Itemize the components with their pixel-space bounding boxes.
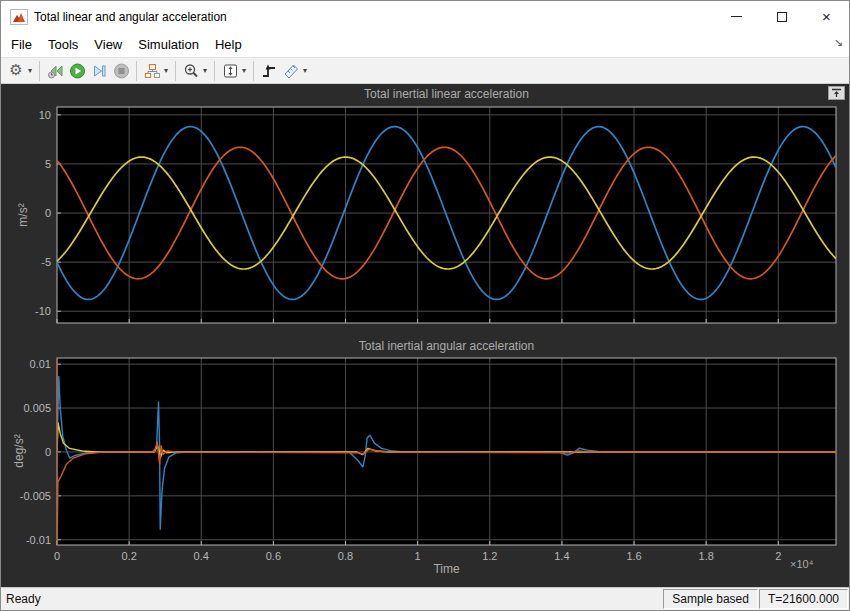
step-back-button[interactable] — [44, 59, 66, 82]
dock-arrow-icon[interactable]: ↘ — [834, 36, 843, 49]
scope-plots[interactable]: 1050-5-100.010.0050-0.005-0.0100.20.40.6… — [1, 84, 850, 587]
svg-text:1: 1 — [415, 550, 421, 562]
maximize-button[interactable] — [759, 1, 804, 32]
close-button[interactable]: × — [804, 1, 849, 32]
svg-text:0.2: 0.2 — [121, 550, 136, 562]
menu-tools[interactable]: Tools — [40, 33, 86, 56]
window-title: Total linear and angular acceleration — [34, 10, 714, 24]
svg-text:-5: -5 — [41, 256, 51, 268]
measurements-button[interactable] — [280, 59, 302, 82]
angular-y-axis-label: deg/s² — [12, 421, 26, 481]
status-message: Ready — [1, 588, 663, 610]
svg-text:0.6: 0.6 — [266, 550, 281, 562]
svg-text:-0.005: -0.005 — [20, 490, 51, 502]
step-back-icon — [47, 63, 64, 79]
measurements-dropdown-caret[interactable]: ▾ — [302, 66, 310, 75]
menu-file[interactable]: File — [3, 33, 40, 56]
linear-y-axis-label: m/s² — [16, 185, 30, 245]
zoom-button[interactable] — [180, 59, 202, 82]
minimize-button[interactable] — [714, 1, 759, 32]
menu-simulation[interactable]: Simulation — [130, 33, 207, 56]
svg-text:0.005: 0.005 — [23, 402, 51, 414]
zoom-icon — [183, 63, 200, 79]
stop-icon — [113, 63, 130, 79]
toolbar-separator — [253, 61, 254, 81]
angular-acceleration-title: Total inertial angular acceleration — [57, 339, 836, 353]
toolbar: ⚙ ▾ ▾ ▾ ▾ — [1, 57, 849, 84]
x-axis-label: Time — [57, 562, 836, 576]
menu-help[interactable]: Help — [207, 33, 250, 56]
linear-acceleration-title: Total inertial linear acceleration — [57, 87, 836, 101]
minimize-icon — [731, 16, 742, 17]
svg-text:5: 5 — [45, 158, 51, 170]
svg-text:0.8: 0.8 — [338, 550, 353, 562]
signal-selector-button[interactable] — [141, 59, 163, 82]
trigger-icon — [261, 63, 278, 79]
step-forward-button[interactable] — [88, 59, 110, 82]
measurements-icon — [283, 63, 300, 79]
svg-text:0: 0 — [45, 207, 51, 219]
svg-text:0: 0 — [45, 446, 51, 458]
scale-axes-button[interactable] — [219, 59, 241, 82]
settings-dropdown-caret[interactable]: ▾ — [27, 66, 35, 75]
scope-canvas[interactable]: 1050-5-100.010.0050-0.005-0.0100.20.40.6… — [1, 84, 849, 587]
trigger-button[interactable] — [258, 59, 280, 82]
svg-text:1.8: 1.8 — [699, 550, 714, 562]
svg-text:1.6: 1.6 — [626, 550, 641, 562]
toolbar-separator — [214, 61, 215, 81]
svg-text:1.2: 1.2 — [482, 550, 497, 562]
svg-text:0: 0 — [54, 550, 60, 562]
svg-text:0.01: 0.01 — [30, 358, 51, 370]
maximize-icon — [777, 12, 787, 22]
step-forward-icon — [91, 63, 108, 79]
svg-text:-10: -10 — [35, 305, 51, 317]
x-axis-scale-label: ×10⁴ — [790, 558, 813, 570]
menu-view[interactable]: View — [86, 33, 130, 56]
title-bar[interactable]: Total linear and angular acceleration × — [1, 1, 849, 32]
expand-panel-icon — [831, 88, 842, 98]
signal-selector-icon — [144, 63, 161, 79]
scale-axes-dropdown-caret[interactable]: ▾ — [241, 66, 249, 75]
signal-selector-dropdown-caret[interactable]: ▾ — [163, 66, 171, 75]
toolbar-separator — [39, 61, 40, 81]
toolbar-separator — [136, 61, 137, 81]
run-icon — [69, 63, 86, 79]
simulation-time-indicator: T=21600.000 — [759, 589, 848, 609]
status-bar: Ready Sample based T=21600.000 — [1, 587, 849, 610]
sample-mode-indicator: Sample based — [663, 589, 758, 609]
close-icon: × — [822, 9, 831, 24]
svg-text:10: 10 — [39, 109, 51, 121]
stop-button[interactable] — [110, 59, 132, 82]
svg-text:-0.01: -0.01 — [26, 534, 51, 546]
settings-gear-icon: ⚙ — [9, 63, 22, 78]
zoom-dropdown-caret[interactable]: ▾ — [202, 66, 210, 75]
svg-text:0.4: 0.4 — [194, 550, 209, 562]
menu-bar: File Tools View Simulation Help ↘ — [1, 32, 849, 57]
run-button[interactable] — [66, 59, 88, 82]
matlab-logo-icon — [10, 9, 28, 25]
settings-button[interactable]: ⚙ — [5, 59, 27, 82]
expand-panel-button[interactable] — [828, 86, 845, 100]
toolbar-separator — [175, 61, 176, 81]
svg-text:1.4: 1.4 — [554, 550, 569, 562]
scope-window: Total linear and angular acceleration × … — [0, 0, 850, 611]
scale-axes-icon — [222, 63, 239, 79]
svg-text:2: 2 — [775, 550, 781, 562]
